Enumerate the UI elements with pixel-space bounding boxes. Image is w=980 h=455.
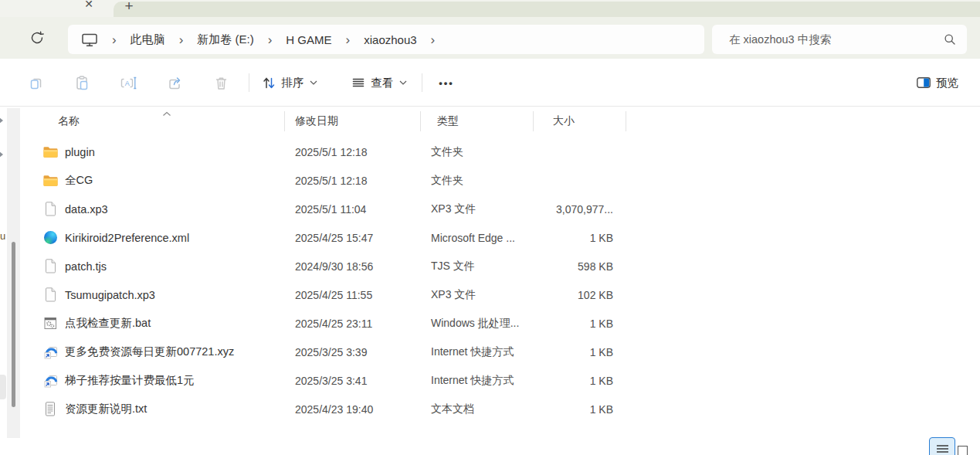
file-size: 1 KB <box>533 375 626 387</box>
breadcrumb-chevron-icon: › <box>422 33 445 46</box>
file-date-modified: 2025/5/1 12:18 <box>284 175 420 187</box>
vertical-scrollbar[interactable] <box>7 108 20 438</box>
breadcrumb-item-drive-e[interactable]: 新加卷 (E:) <box>192 29 258 50</box>
tree-expand-icon[interactable] <box>0 117 3 124</box>
copy-button[interactable] <box>25 71 46 94</box>
file-name-cell: Kirikiroid2Preference.xml <box>34 230 284 245</box>
folder-icon <box>43 173 58 188</box>
file-row[interactable]: 点我检查更新.bat 2025/4/25 23:11 Windows 批处理..… <box>34 309 660 338</box>
file-name: 资源更新说明.txt <box>65 402 147 416</box>
tree-item-partial-label: u <box>0 230 5 242</box>
file-name: data.xp3 <box>65 203 108 216</box>
breadcrumb-chevron-icon: › <box>337 33 360 46</box>
file-name: 梯子推荐按量计费最低1元 <box>65 373 195 388</box>
column-divider[interactable] <box>626 111 626 131</box>
file-list-pane: u 名称 修改日期 类型 大小 plugin 2025/5/1 12:18 文件… <box>0 107 980 455</box>
file-icon <box>43 287 58 302</box>
file-list: plugin 2025/5/1 12:18 文件夹 全CG 2025/5/1 1… <box>34 138 660 423</box>
file-icon <box>43 259 58 273</box>
file-date-modified: 2025/4/25 23:11 <box>284 317 420 330</box>
breadcrumb-chevron-icon: › <box>103 33 126 46</box>
sort-icon <box>261 75 276 90</box>
rename-icon: A <box>120 75 137 91</box>
file-size: 1 KB <box>533 403 626 416</box>
breadcrumb-item-xiaozhou3[interactable]: xiaozhou3 <box>359 30 421 49</box>
breadcrumb-chevron-icon: › <box>259 33 282 46</box>
more-options-button[interactable]: ••• <box>431 71 462 94</box>
preview-toggle-button[interactable]: 预览 <box>905 71 970 94</box>
file-size: 598 KB <box>533 260 626 273</box>
file-row[interactable]: Kirikiroid2Preference.xml 2025/4/25 15:4… <box>34 223 660 252</box>
refresh-button[interactable] <box>26 28 48 49</box>
file-date-modified: 2025/4/25 11:55 <box>284 289 420 301</box>
titlebar: ✕ + <box>0 0 980 17</box>
file-type: Internet 快捷方式 <box>420 374 533 388</box>
file-type: 文件夹 <box>420 174 533 188</box>
file-type: TJS 文件 <box>420 260 533 273</box>
edge-icon <box>43 230 58 245</box>
file-date-modified: 2025/4/25 15:47 <box>284 232 420 244</box>
search-icon[interactable] <box>944 33 956 49</box>
file-name: Kirikiroid2Preference.xml <box>65 232 189 244</box>
svg-text:A: A <box>125 80 130 87</box>
file-name: 全CG <box>65 173 93 188</box>
file-name: 点我检查更新.bat <box>65 316 151 331</box>
trash-icon <box>213 75 229 91</box>
file-row[interactable]: data.xp3 2025/5/1 11:04 XP3 文件 3,070,977… <box>34 195 660 223</box>
column-divider[interactable] <box>420 111 421 131</box>
column-header-name[interactable]: 名称 <box>34 110 284 133</box>
tree-item-highlight <box>0 375 6 399</box>
file-name-cell: 更多免费资源每日更新007721.xyz <box>34 345 284 359</box>
column-header-size[interactable]: 大小 <box>533 110 626 133</box>
scrollbar-thumb[interactable] <box>12 242 15 407</box>
tab-close-icon[interactable]: ✕ <box>80 0 97 14</box>
column-divider[interactable] <box>533 111 534 131</box>
this-pc-icon[interactable] <box>81 32 103 47</box>
edge-shortcut-icon <box>43 373 58 388</box>
column-header-type[interactable]: 类型 <box>420 110 533 133</box>
file-date-modified: 2025/5/1 11:04 <box>284 203 420 216</box>
chevron-down-icon <box>399 80 407 85</box>
paste-button[interactable] <box>71 71 93 94</box>
column-divider[interactable] <box>284 111 285 131</box>
file-type: 文件夹 <box>420 145 533 159</box>
file-name-cell: data.xp3 <box>34 202 284 216</box>
column-header-date[interactable]: 修改日期 <box>284 110 420 133</box>
search-input[interactable] <box>712 25 967 54</box>
breadcrumb-item-h-game[interactable]: H GAME <box>281 30 336 49</box>
txt-icon <box>43 402 58 416</box>
navigation-bar: › 此电脑 › 新加卷 (E:) › H GAME › xiaozhou3 › <box>0 17 980 59</box>
breadcrumb-item-this-pc[interactable]: 此电脑 <box>126 29 170 50</box>
file-row[interactable]: 资源更新说明.txt 2025/4/23 19:40 文本文档 1 KB <box>34 395 660 423</box>
paste-icon <box>74 75 90 91</box>
file-date-modified: 2025/4/23 19:40 <box>284 403 420 416</box>
file-row[interactable]: 全CG 2025/5/1 12:18 文件夹 <box>34 166 660 195</box>
view-button[interactable]: 查看 <box>344 71 412 94</box>
icons-view-icon <box>958 446 968 455</box>
rename-button[interactable]: A <box>117 71 139 94</box>
column-header-row: 名称 修改日期 类型 大小 <box>34 110 660 133</box>
delete-button[interactable] <box>210 71 232 94</box>
view-label: 查看 <box>371 76 394 90</box>
file-size: 3,070,977... <box>533 203 626 216</box>
file-row[interactable]: patch.tjs 2024/9/30 18:56 TJS 文件 598 KB <box>34 252 660 280</box>
file-row[interactable]: 更多免费资源每日更新007721.xyz 2025/3/25 3:39 Inte… <box>34 338 660 366</box>
details-view-icon <box>936 444 949 453</box>
file-row[interactable]: 梯子推荐按量计费最低1元 2025/3/25 3:41 Internet 快捷方… <box>34 366 660 395</box>
file-name: plugin <box>65 146 95 158</box>
file-row[interactable]: plugin 2025/5/1 12:18 文件夹 <box>34 138 660 166</box>
tree-expand-icon[interactable] <box>0 151 3 158</box>
command-toolbar: A 排序 查看 ••• <box>0 59 980 107</box>
toolbar-divider <box>422 73 422 92</box>
toolbar-divider <box>249 73 249 92</box>
file-row[interactable]: Tsumugipatch.xp3 2025/4/25 11:55 XP3 文件 … <box>34 280 660 309</box>
share-button[interactable] <box>164 71 185 94</box>
details-view-toggle[interactable] <box>929 437 955 455</box>
sort-button[interactable]: 排序 <box>255 71 323 94</box>
file-type: XP3 文件 <box>420 288 533 302</box>
new-tab-button[interactable]: + <box>120 0 138 15</box>
titlebar-background: + <box>114 2 980 17</box>
icons-view-toggle[interactable] <box>958 442 975 455</box>
file-date-modified: 2025/5/1 12:18 <box>284 146 420 158</box>
file-date-modified: 2025/3/25 3:41 <box>284 375 420 387</box>
